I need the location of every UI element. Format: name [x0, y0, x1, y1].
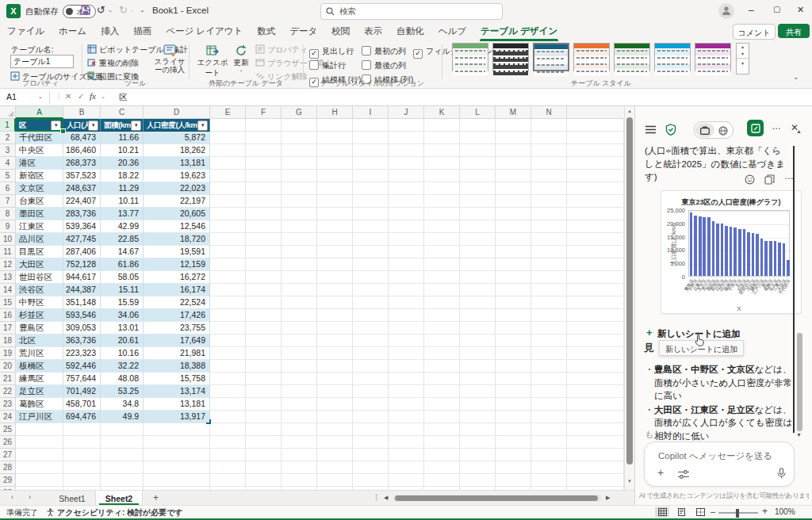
- cell-filler-28[interactable]: [567, 461, 624, 474]
- table-cell[interactable]: 268,373: [63, 157, 101, 170]
- cell-filler-17[interactable]: [567, 322, 624, 335]
- normal-view-button[interactable]: [655, 507, 669, 518]
- cell-I22[interactable]: [353, 385, 389, 398]
- table-cell[interactable]: 49.9: [101, 411, 144, 423]
- table-cell[interactable]: 20,605: [144, 208, 210, 220]
- table-cell[interactable]: 港区: [16, 157, 63, 170]
- cell-C29[interactable]: [101, 474, 144, 487]
- cell-filler-9[interactable]: [567, 220, 624, 233]
- zoom-level[interactable]: 100%: [775, 507, 795, 516]
- cell-M28[interactable]: [496, 461, 531, 474]
- cell-I5[interactable]: [353, 170, 389, 182]
- cell-F23[interactable]: [246, 398, 282, 411]
- cell-G18[interactable]: [282, 335, 317, 347]
- table-style-green[interactable]: [614, 43, 650, 71]
- cell-D29[interactable]: [144, 474, 210, 487]
- cell-M20[interactable]: [496, 360, 531, 373]
- styles-more-icon[interactable]: ▾: [737, 58, 749, 68]
- cell-filler-20[interactable]: [567, 360, 624, 373]
- cell-J24[interactable]: [389, 411, 424, 423]
- minimize-button[interactable]: –: [749, 5, 754, 16]
- cell-F7[interactable]: [246, 195, 282, 208]
- table-cell[interactable]: 江戸川区: [16, 411, 63, 423]
- table-cell[interactable]: 中野区: [16, 296, 63, 309]
- cell-filler-1[interactable]: [567, 119, 624, 132]
- cell-M1[interactable]: [496, 119, 531, 132]
- table-cell[interactable]: 593,546: [63, 309, 101, 322]
- attach-plus-icon[interactable]: +: [657, 466, 664, 479]
- cell-K9[interactable]: [424, 220, 460, 233]
- cell-filler-29[interactable]: [567, 474, 624, 487]
- row-header-10[interactable]: 10: [0, 233, 16, 246]
- cell-K22[interactable]: [424, 385, 460, 398]
- cell-H23[interactable]: [317, 398, 353, 411]
- row-header-4[interactable]: 4: [0, 157, 16, 170]
- table-cell[interactable]: 江東区: [16, 220, 63, 233]
- cell-J17[interactable]: [389, 322, 424, 335]
- cell-F29[interactable]: [246, 474, 282, 487]
- sheet-tab-sheet2[interactable]: Sheet2: [96, 491, 143, 505]
- cell-N27[interactable]: [531, 449, 567, 461]
- cell-H17[interactable]: [317, 322, 353, 335]
- table-cell[interactable]: 18,262: [144, 144, 210, 157]
- cell-N4[interactable]: [531, 157, 567, 170]
- style-option-5[interactable]: 最後の列: [362, 60, 406, 71]
- cell-K24[interactable]: [424, 411, 460, 423]
- zoom-slider-thumb[interactable]: [736, 509, 739, 518]
- table-cell[interactable]: 539,364: [63, 220, 101, 233]
- cell-F16[interactable]: [246, 309, 282, 322]
- cell-K13[interactable]: [424, 271, 460, 284]
- cell-N22[interactable]: [531, 385, 567, 398]
- cell-filler-3[interactable]: [567, 144, 624, 157]
- row-header-23[interactable]: 23: [0, 398, 16, 411]
- cell-filler-8[interactable]: [567, 208, 624, 220]
- cell-F25[interactable]: [246, 423, 282, 436]
- cell-I23[interactable]: [353, 398, 389, 411]
- cell-M24[interactable]: [496, 411, 531, 423]
- table-cell[interactable]: 15.59: [101, 296, 144, 309]
- cell-J15[interactable]: [389, 296, 424, 309]
- cell-F9[interactable]: [246, 220, 282, 233]
- cell-F4[interactable]: [246, 157, 282, 170]
- table-cell[interactable]: 58.05: [101, 271, 144, 284]
- cell-L26[interactable]: [460, 436, 496, 449]
- pane-menu-icon[interactable]: [645, 125, 656, 134]
- undo-icon[interactable]: ↺: [97, 4, 105, 16]
- page-layout-view-button[interactable]: [674, 507, 688, 518]
- table-cell[interactable]: 34.8: [101, 398, 144, 411]
- cell-G13[interactable]: [282, 271, 317, 284]
- table-style-purple[interactable]: [695, 43, 731, 71]
- ribbon-tab-6[interactable]: 数式: [250, 22, 282, 41]
- cell-G14[interactable]: [282, 284, 317, 296]
- cell-N17[interactable]: [531, 322, 567, 335]
- cell-H14[interactable]: [317, 284, 353, 296]
- fx-dropdown-icon[interactable]: ⌄: [101, 94, 105, 100]
- cell-filler-18[interactable]: [567, 335, 624, 347]
- cell-I26[interactable]: [353, 436, 389, 449]
- cell-E19[interactable]: [210, 347, 246, 360]
- table-cell[interactable]: 224,407: [63, 195, 101, 208]
- cell-L19[interactable]: [460, 347, 496, 360]
- sheet-next-icon[interactable]: ›: [29, 493, 31, 501]
- row-header-27[interactable]: 27: [0, 449, 16, 461]
- cell-M23[interactable]: [496, 398, 531, 411]
- cell-M5[interactable]: [496, 170, 531, 182]
- ribbon-tab-4[interactable]: 描画: [126, 22, 159, 41]
- cell-G6[interactable]: [282, 182, 317, 195]
- cell-K8[interactable]: [424, 208, 460, 220]
- cell-L17[interactable]: [460, 322, 496, 335]
- table-cell[interactable]: 16,174: [144, 284, 210, 296]
- table-cell[interactable]: 17,649: [144, 335, 210, 347]
- cell-D28[interactable]: [144, 461, 210, 474]
- cell-L24[interactable]: [460, 411, 496, 423]
- cell-M12[interactable]: [496, 258, 531, 271]
- cell-J25[interactable]: [389, 423, 424, 436]
- cell-J23[interactable]: [389, 398, 424, 411]
- cell-E26[interactable]: [210, 436, 246, 449]
- table-cell[interactable]: 363,736: [63, 335, 101, 347]
- cell-K6[interactable]: [424, 182, 460, 195]
- row-header-22[interactable]: 22: [0, 385, 16, 398]
- cell-L14[interactable]: [460, 284, 496, 296]
- cell-K3[interactable]: [424, 144, 460, 157]
- cell-E5[interactable]: [210, 170, 246, 182]
